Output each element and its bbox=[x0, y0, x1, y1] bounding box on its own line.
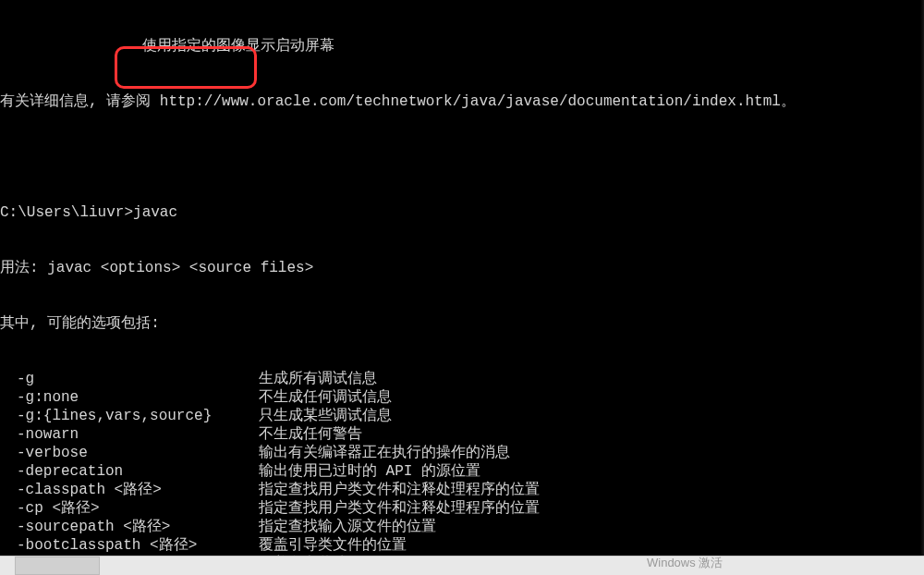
option-flag: -bootclasspath <路径> bbox=[0, 536, 259, 555]
option-row: -g:{lines,vars,source}只生成某些调试信息 bbox=[0, 407, 924, 425]
option-description: 覆盖引导类文件的位置 bbox=[259, 536, 407, 555]
option-row: -verbose输出有关编译器正在执行的操作的消息 bbox=[0, 444, 924, 462]
prompt-line[interactable]: C:\Users\liuvr>javac bbox=[0, 203, 924, 222]
option-row: -g生成所有调试信息 bbox=[0, 370, 924, 388]
option-description: 指定查找输入源文件的位置 bbox=[259, 518, 436, 536]
option-flag: -g:{lines,vars,source} bbox=[0, 407, 259, 425]
option-row: -deprecation输出使用已过时的 API 的源位置 bbox=[0, 462, 924, 481]
option-description: 输出有关编译器正在执行的操作的消息 bbox=[259, 444, 510, 462]
prompt-path: C:\Users\liuvr> bbox=[0, 204, 133, 221]
prompt-command: javac bbox=[133, 204, 177, 221]
option-description: 不生成任何调试信息 bbox=[259, 388, 392, 407]
taskbar-app-button[interactable] bbox=[15, 557, 100, 575]
option-description: 指定查找用户类文件和注释处理程序的位置 bbox=[259, 499, 540, 518]
option-row: -bootclasspath <路径>覆盖引导类文件的位置 bbox=[0, 536, 924, 555]
option-description: 指定查找用户类文件和注释处理程序的位置 bbox=[259, 481, 540, 499]
option-flag: -sourcepath <路径> bbox=[0, 518, 259, 536]
options-header: 其中, 可能的选项包括: bbox=[0, 314, 924, 333]
window-edge-shadow bbox=[920, 0, 924, 557]
blank-line bbox=[0, 148, 924, 166]
splash-line: 使用指定的图像显示启动屏幕 bbox=[0, 37, 924, 55]
options-list: -g生成所有调试信息-g:none不生成任何调试信息-g:{lines,vars… bbox=[0, 370, 924, 557]
option-flag: -cp <路径> bbox=[0, 499, 259, 518]
option-flag: -deprecation bbox=[0, 462, 259, 481]
option-flag: -g bbox=[0, 370, 259, 388]
option-flag: -g:none bbox=[0, 388, 259, 407]
option-flag: -nowarn bbox=[0, 425, 259, 444]
option-row: -classpath <路径>指定查找用户类文件和注释处理程序的位置 bbox=[0, 481, 924, 499]
option-flag: -verbose bbox=[0, 444, 259, 462]
doc-suffix: 。 bbox=[781, 93, 796, 110]
doc-prefix: 有关详细信息, 请参阅 bbox=[0, 93, 160, 110]
option-description: 不生成任何警告 bbox=[259, 425, 362, 444]
windows-activation-watermark: Windows 激活 bbox=[647, 555, 723, 571]
usage-line: 用法: javac <options> <source files> bbox=[0, 259, 924, 277]
option-description: 生成所有调试信息 bbox=[259, 370, 377, 388]
option-flag: -classpath <路径> bbox=[0, 481, 259, 499]
doc-url: http://www.oracle.com/technetwork/java/j… bbox=[160, 93, 781, 110]
option-description: 只生成某些调试信息 bbox=[259, 407, 392, 425]
option-description: 输出使用已过时的 API 的源位置 bbox=[259, 462, 480, 481]
option-row: -sourcepath <路径>指定查找输入源文件的位置 bbox=[0, 518, 924, 536]
terminal-window[interactable]: 使用指定的图像显示启动屏幕 有关详细信息, 请参阅 http://www.ora… bbox=[0, 0, 924, 557]
option-row: -g:none不生成任何调试信息 bbox=[0, 388, 924, 407]
taskbar[interactable]: Windows 激活 bbox=[0, 556, 924, 575]
option-row: -cp <路径>指定查找用户类文件和注释处理程序的位置 bbox=[0, 499, 924, 518]
option-row: -nowarn不生成任何警告 bbox=[0, 425, 924, 444]
doc-url-line: 有关详细信息, 请参阅 http://www.oracle.com/techne… bbox=[0, 92, 924, 111]
